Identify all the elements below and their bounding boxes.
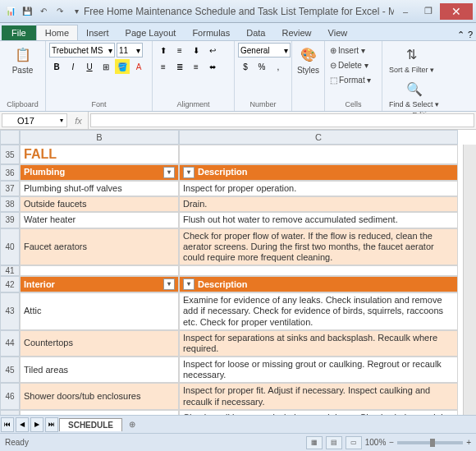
save-icon[interactable]: 💾	[20, 4, 34, 19]
row-header[interactable]: 44	[0, 330, 20, 357]
font-size-select[interactable]: 11▾	[117, 43, 143, 58]
zoom-in-button[interactable]: +	[466, 438, 471, 447]
row-header[interactable]: 37	[0, 181, 20, 196]
fx-icon[interactable]: fx	[69, 112, 89, 129]
tab-insert[interactable]: Insert	[78, 25, 117, 40]
cell[interactable]	[179, 265, 458, 276]
row-header[interactable]: 40	[0, 228, 20, 266]
row-header[interactable]: 42	[0, 276, 20, 292]
col-header-c[interactable]: C	[179, 130, 458, 145]
minimize-button[interactable]: –	[394, 3, 417, 20]
row-header[interactable]: 47	[0, 410, 20, 415]
cell[interactable]	[20, 265, 179, 276]
cell[interactable]	[179, 145, 458, 164]
undo-icon[interactable]: ↶	[36, 4, 51, 19]
filter-dropdown-icon[interactable]: ▾	[163, 167, 175, 178]
cell[interactable]: Plumbing shut-off valves	[20, 181, 179, 196]
comma-button[interactable]: ,	[271, 59, 286, 74]
file-tab[interactable]: File	[2, 25, 36, 40]
tab-nav-prev-icon[interactable]: ◀	[16, 417, 29, 432]
cell[interactable]: Tiled areas	[20, 357, 179, 383]
row-header[interactable]: 38	[0, 196, 20, 212]
tab-home[interactable]: Home	[36, 25, 78, 40]
tab-data[interactable]: Data	[238, 25, 273, 40]
row-header[interactable]: 41	[0, 265, 20, 276]
cell[interactable]: Inspect for separations at sinks and bac…	[179, 330, 458, 357]
cell[interactable]: Flush out hot water to remove accumulate…	[179, 212, 458, 228]
cell[interactable]: Examine for evidence of any leaks. Check…	[179, 292, 458, 330]
view-layout-icon[interactable]: ▤	[326, 436, 342, 449]
close-button[interactable]: ✕	[440, 3, 473, 20]
align-left-icon[interactable]: ≡	[156, 59, 171, 74]
tab-nav-first-icon[interactable]: ⏮	[1, 417, 14, 432]
italic-button[interactable]: I	[66, 59, 80, 74]
cell[interactable]: Inspect for proper operation.	[179, 181, 458, 196]
cell[interactable]: Drain.	[179, 196, 458, 212]
row-header[interactable]: 43	[0, 292, 20, 330]
merge-button[interactable]: ⬌	[205, 59, 220, 74]
align-right-icon[interactable]: ≡	[189, 59, 204, 74]
view-normal-icon[interactable]: ▦	[306, 436, 323, 449]
vertical-scrollbar[interactable]	[463, 145, 476, 415]
cell[interactable]: ▾Description	[179, 276, 458, 292]
fill-color-button[interactable]: 🪣	[115, 59, 130, 74]
number-format-select[interactable]: General▾	[238, 43, 291, 58]
select-all-corner[interactable]	[0, 130, 20, 145]
align-top-icon[interactable]: ⬆	[156, 43, 171, 58]
currency-button[interactable]: $	[238, 59, 253, 74]
row-header[interactable]: 45	[0, 357, 20, 383]
percent-button[interactable]: %	[254, 59, 269, 74]
font-color-button[interactable]: A	[131, 59, 146, 74]
zoom-level[interactable]: 100%	[365, 438, 387, 447]
find-select-button[interactable]: 🔍 Find & Select ▾	[386, 77, 442, 110]
insert-cells-button[interactable]: ⊕ Insert ▾	[328, 43, 378, 58]
cell[interactable]: Check for proper flow of water. If the f…	[179, 228, 458, 266]
cell[interactable]: Inspect for proper fit. Adjust if necess…	[179, 383, 458, 409]
font-name-select[interactable]: Trebuchet MS▾	[49, 43, 115, 58]
help-icon[interactable]: ?	[468, 30, 473, 40]
tab-view[interactable]: View	[320, 25, 356, 40]
col-header-b[interactable]: B	[20, 130, 179, 145]
cell[interactable]: Countertops	[20, 330, 179, 357]
cell[interactable]: Interior▾	[20, 276, 179, 292]
wrap-text-button[interactable]: ↩	[205, 43, 220, 58]
new-sheet-button[interactable]: ⊕	[122, 418, 142, 430]
cell[interactable]: ▾Description	[179, 164, 458, 181]
bold-button[interactable]: B	[49, 59, 64, 74]
underline-button[interactable]: U	[82, 59, 97, 74]
row-header[interactable]: 35	[0, 145, 20, 164]
cell[interactable]: Faucet aerators	[20, 228, 179, 266]
formula-input[interactable]	[90, 113, 474, 127]
tab-review[interactable]: Review	[273, 25, 319, 40]
styles-button[interactable]: 🎨 Styles	[295, 43, 321, 76]
align-middle-icon[interactable]: ≡	[172, 43, 187, 58]
filter-dropdown-icon[interactable]: ▾	[163, 278, 175, 290]
row-header[interactable]: 36	[0, 164, 20, 181]
excel-icon[interactable]: 📊	[3, 4, 18, 19]
cell[interactable]: FALL	[20, 145, 179, 164]
row-header[interactable]: 39	[0, 212, 20, 228]
cell[interactable]: Outside faucets	[20, 196, 179, 212]
paste-button[interactable]: 📋 Paste	[3, 43, 42, 76]
cell[interactable]: Shower doors/tub enclosures	[20, 383, 179, 409]
sort-filter-button[interactable]: ⇅ Sort & Filter ▾	[386, 43, 437, 76]
cell[interactable]: Check caulking around windows and doors.…	[179, 410, 458, 415]
redo-icon[interactable]: ↷	[53, 4, 67, 19]
name-box[interactable]: O17▾	[2, 113, 67, 127]
sheet-tab-schedule[interactable]: SCHEDULE	[59, 418, 122, 431]
maximize-button[interactable]: ❐	[417, 3, 440, 20]
zoom-out-button[interactable]: −	[389, 438, 394, 447]
tab-page-layout[interactable]: Page Layout	[117, 25, 185, 40]
cell[interactable]: Water heater	[20, 212, 179, 228]
qat-dropdown-icon[interactable]: ▾	[69, 4, 84, 19]
filter-dropdown-icon[interactable]: ▾	[183, 167, 195, 178]
zoom-slider[interactable]	[397, 441, 463, 444]
view-pagebreak-icon[interactable]: ▭	[346, 436, 362, 449]
align-bottom-icon[interactable]: ⬇	[189, 43, 204, 58]
cell[interactable]: Attic	[20, 292, 179, 330]
format-cells-button[interactable]: ⬚ Format ▾	[328, 72, 378, 87]
align-center-icon[interactable]: ≣	[172, 59, 187, 74]
cell[interactable]: Plumbing▾	[20, 164, 179, 181]
cell[interactable]: Inspect for loose or missing grout or ca…	[179, 357, 458, 383]
tab-nav-next-icon[interactable]: ▶	[30, 417, 43, 432]
